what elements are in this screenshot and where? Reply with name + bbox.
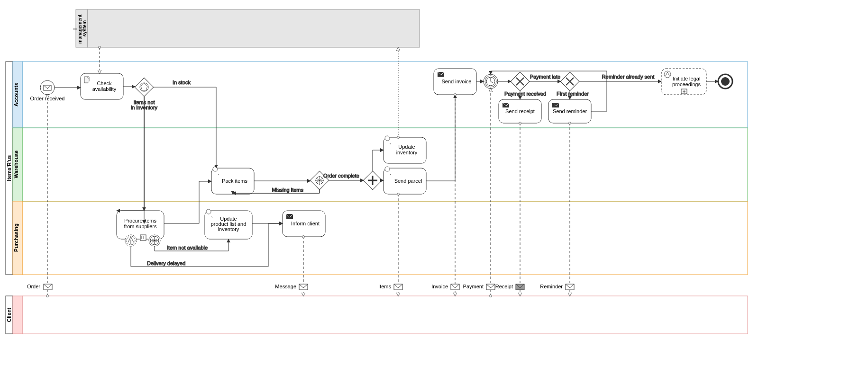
message-icons: Order Message Items Invoice Payment Rece… (27, 284, 574, 290)
task-check-availability: Checkavailability (81, 73, 123, 99)
gateway-reminder (560, 72, 579, 91)
svg-text:Payment late: Payment late (530, 74, 560, 80)
end-event (718, 74, 732, 89)
task-send-receipt: Send receipt (499, 99, 541, 123)
task-inform-client: Inform client (283, 211, 325, 237)
svg-text:Missing items: Missing items (272, 187, 303, 193)
svg-text:Updateinventory: Updateinventory (396, 144, 418, 155)
lane-warehouse-label: Warehouse (13, 151, 19, 179)
svg-rect-6 (22, 62, 748, 128)
task-update-product-list: Updateproduct list andinventory (205, 209, 252, 239)
svg-text:Items notin inventory: Items notin inventory (131, 99, 158, 110)
task-label: Inform client (291, 221, 320, 226)
pool-main-label: Items'R'us (6, 155, 12, 181)
gateway-stock-check (135, 78, 154, 97)
pool-client-label: Client (6, 307, 12, 322)
lane-accounts-label: Accounts (13, 83, 19, 107)
pool-client: Client (6, 296, 748, 334)
gateway-payment (511, 72, 530, 91)
svg-text:Delivery delayed: Delivery delayed (147, 260, 185, 266)
svg-text:Item not available: Item not available (167, 245, 208, 250)
svg-text:First reminder: First reminder (557, 91, 589, 97)
task-pack-items: Pack items (211, 167, 254, 194)
task-send-parcel: Send parcel (384, 167, 426, 194)
task-initiate-legal: Initiate legalproceedings (661, 69, 706, 95)
task-send-invoice: Send invoice (434, 69, 476, 95)
svg-text:Reminder: Reminder (540, 284, 563, 289)
event-timer (484, 74, 498, 89)
svg-text:Message: Message (275, 284, 296, 289)
task-send-reminder: Send reminder (548, 99, 591, 123)
task-procure-items: Procure itemsfrom suppliers (117, 211, 164, 246)
svg-text:Payment received: Payment received (504, 91, 546, 97)
lane-purchasing-label: Purchasing (13, 223, 19, 252)
svg-text:Receipt: Receipt (495, 284, 513, 289)
pool-inventory-system: I management system (73, 9, 420, 47)
edge-label: In stock (173, 80, 191, 85)
svg-text:Reminder already sent: Reminder already sent (602, 74, 655, 80)
svg-text:Invoice: Invoice (431, 284, 448, 289)
task-update-inventory: Updateinventory (384, 136, 426, 163)
svg-text:Order: Order (27, 284, 40, 289)
bpmn-diagram: I management system Items'R'us Accounts … (0, 0, 868, 384)
gateway-parallel (363, 171, 382, 190)
task-label: Send parcel (394, 178, 422, 184)
task-label: Send reminder (553, 108, 587, 114)
task-label: Send receipt (505, 108, 535, 114)
task-label: Pack items (222, 178, 247, 184)
svg-rect-12 (13, 296, 22, 334)
svg-rect-18 (135, 78, 154, 97)
svg-text:Items: Items (378, 284, 391, 289)
svg-text:Payment: Payment (463, 284, 484, 289)
task-label: Send invoice (442, 79, 472, 84)
svg-point-54 (721, 77, 730, 86)
svg-rect-3 (88, 9, 420, 47)
svg-text:Initiate legalproceedings: Initiate legalproceedings (672, 76, 701, 87)
svg-text:Procure itemsfrom suppliers: Procure itemsfrom suppliers (124, 218, 157, 229)
task-label: Check (97, 80, 112, 86)
svg-rect-13 (22, 296, 748, 334)
svg-text:Order complete: Order complete (323, 173, 359, 179)
